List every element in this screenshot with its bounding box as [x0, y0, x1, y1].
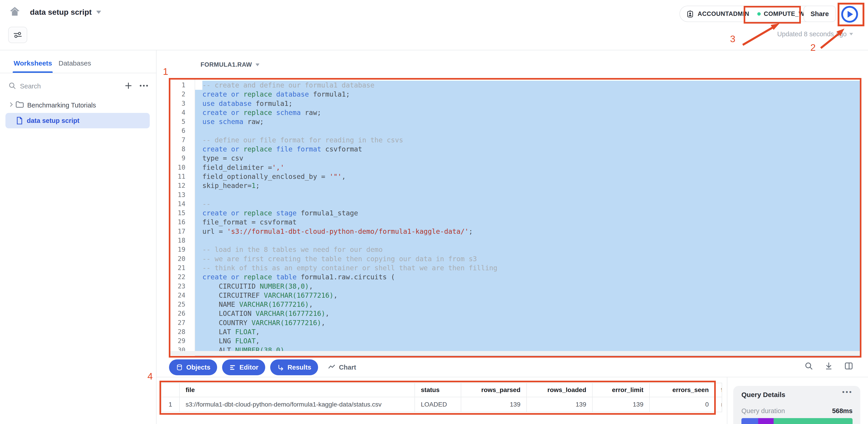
sidebar-item-data-setup-script[interactable]: data setup script [27, 117, 80, 125]
column-header[interactable]: file [180, 383, 415, 397]
code-line[interactable]: use schema raw; [195, 117, 860, 126]
line-number: 24 [170, 291, 185, 300]
code-line[interactable]: NAME VARCHAR(16777216), [195, 300, 860, 309]
run-query-button[interactable] [841, 6, 858, 23]
column-header[interactable]: fi [715, 383, 722, 397]
code-line[interactable]: create or replace database formula1; [195, 90, 860, 99]
code-line[interactable]: CIRCUITREF VARCHAR(16777216), [195, 291, 860, 300]
database-icon [176, 364, 183, 371]
column-header[interactable]: status [415, 383, 461, 397]
line-number: 18 [170, 236, 185, 245]
sql-editor[interactable]: 1234567891011121314151617181920212223242… [170, 79, 860, 356]
tab-worksheets[interactable]: Worksheets [13, 59, 52, 67]
line-number: 27 [170, 318, 185, 327]
line-number: 10 [170, 163, 185, 172]
code-line[interactable]: create or replace stage formula1_stage [195, 208, 860, 218]
search-icon [8, 81, 16, 91]
code-line[interactable]: file_format = csvformat [195, 218, 860, 227]
results-button[interactable]: Results [270, 359, 318, 375]
line-number-gutter: 1234567891011121314151617181920212223242… [170, 81, 185, 356]
column-header[interactable] [161, 383, 180, 397]
line-number: 8 [170, 145, 185, 154]
code-line[interactable]: type = csv [195, 154, 860, 163]
chevron-down-icon [96, 11, 101, 14]
table-cell: s3://formula1-dbt-cloud-python-demo/form… [180, 397, 415, 412]
code-line[interactable]: LNG FLOAT, [195, 336, 860, 346]
query-panel-divider [727, 377, 727, 424]
code-line[interactable]: -- load in the 8 tables we need for our … [195, 245, 860, 254]
worksheet-title-menu[interactable]: data setup script [30, 8, 101, 17]
warehouse-selector[interactable]: COMPUTE_WH [764, 10, 809, 18]
chart-icon [328, 363, 336, 371]
table-cell: 139 [527, 397, 593, 412]
line-number: 5 [170, 117, 185, 126]
tabs-divider [0, 73, 156, 73]
tab-databases[interactable]: Databases [59, 59, 91, 67]
code-area[interactable]: -- create and define our formula1 databa… [195, 81, 860, 356]
chevron-down-icon [849, 33, 853, 35]
column-header[interactable]: error_limit [593, 383, 650, 397]
code-line[interactable]: CIRCUITID NUMBER(38,0), [195, 282, 860, 291]
code-line[interactable]: -- [195, 199, 860, 208]
objects-button[interactable]: Objects [169, 359, 217, 375]
play-icon [847, 11, 853, 18]
code-line[interactable]: -- create and define our formula1 databa… [203, 81, 860, 90]
query-details-menu[interactable]: ••• [842, 388, 853, 396]
query-details-title: Query Details [741, 391, 785, 399]
code-line[interactable] [195, 191, 860, 199]
code-line[interactable] [195, 126, 860, 135]
folder-chevron-icon[interactable] [8, 101, 14, 109]
code-line[interactable]: COUNTRY VARCHAR(16777216), [195, 318, 860, 327]
column-header[interactable]: rows_loaded [527, 383, 593, 397]
results-divider [157, 377, 868, 377]
results-label: Results [287, 364, 311, 371]
code-line[interactable]: LAT FLOAT, [195, 327, 860, 336]
code-line[interactable]: -- think of this as an empty container o… [195, 263, 860, 272]
context-pill[interactable]: ACCOUNTADMIN COMPUTE_WH [679, 6, 815, 22]
new-worksheet-button[interactable] [124, 81, 133, 91]
line-number: 19 [170, 245, 185, 254]
header-divider [0, 50, 868, 50]
updated-status[interactable]: Updated 8 seconds ago [703, 30, 853, 38]
worksheet-doc-icon [15, 116, 24, 126]
chart-toggle[interactable]: Chart [328, 363, 356, 371]
sidebar-item-benchmarking-tutorials[interactable]: Benchmarking Tutorials [27, 102, 96, 109]
table-row[interactable]: 1s3://formula1-dbt-cloud-python-demo/for… [161, 397, 722, 412]
code-line[interactable]: use database formula1; [195, 99, 860, 108]
code-line[interactable]: create or replace table formula1.raw.cir… [195, 272, 860, 282]
download-icon[interactable] [824, 361, 833, 370]
warehouse-status-dot [757, 12, 761, 15]
sidebar-more-button[interactable] [139, 81, 149, 91]
column-header[interactable]: rows_parsed [461, 383, 527, 397]
results-table[interactable]: filestatusrows_parsedrows_loadederror_li… [161, 383, 722, 412]
share-button[interactable]: Share [804, 6, 836, 22]
column-header[interactable]: errors_seen [650, 383, 715, 397]
code-line[interactable]: LOCATION VARCHAR(16777216), [195, 309, 860, 318]
chart-label: Chart [339, 364, 356, 371]
role-selector[interactable]: ACCOUNTADMIN [698, 10, 749, 18]
code-line[interactable]: field_delimiter =',' [195, 163, 860, 172]
code-line[interactable]: -- we are first creating the table then … [195, 254, 860, 263]
line-number: 11 [170, 172, 185, 181]
line-number: 2 [170, 90, 185, 99]
code-line[interactable] [195, 236, 860, 245]
line-number: 15 [170, 208, 185, 218]
code-line[interactable]: skip_header=1; [195, 181, 860, 190]
filters-button[interactable] [8, 27, 27, 43]
split-columns-icon[interactable] [844, 361, 853, 370]
worksheet-context-selector[interactable]: FORMULA1.RAW [200, 61, 259, 68]
editor-horizontal-scrollbar[interactable] [170, 351, 860, 356]
home-icon[interactable] [9, 5, 21, 19]
code-line[interactable]: -- define our file format for reading in… [195, 136, 860, 145]
code-line[interactable]: create or replace file format csvformat [195, 145, 860, 154]
table-cell: 1 [161, 397, 180, 412]
table-cell: 139 [593, 397, 650, 412]
objects-label: Objects [186, 364, 210, 371]
code-line[interactable]: field_optionally_enclosed_by = '"', [195, 172, 860, 181]
editor-button[interactable]: Editor [222, 359, 265, 375]
search-results-icon[interactable] [804, 361, 813, 370]
code-line[interactable]: url = 's3://formula1-dbt-cloud-python-de… [195, 227, 860, 236]
search-input[interactable]: Search [20, 83, 41, 90]
code-line[interactable]: create or replace schema raw; [195, 108, 860, 117]
query-duration-value: 568ms [808, 407, 852, 415]
